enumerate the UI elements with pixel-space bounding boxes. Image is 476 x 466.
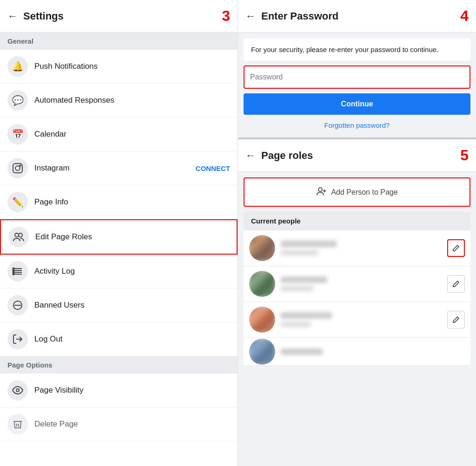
person-name-area — [281, 276, 443, 291]
page-info-label: Page Info — [34, 197, 230, 207]
continue-button[interactable]: Continue — [244, 93, 470, 115]
activity-log-label: Activity Log — [34, 267, 230, 276]
connect-badge: CONNECT — [196, 164, 230, 172]
password-input[interactable] — [245, 66, 469, 88]
sidebar-item-log-out[interactable]: Log Out — [0, 322, 238, 356]
avatar — [249, 307, 275, 333]
general-section-header: General — [0, 33, 238, 50]
delete-page-label: Delete Page — [34, 420, 230, 429]
sidebar-item-instagram[interactable]: Instagram CONNECT — [0, 151, 238, 185]
password-header: ← Enter Password 4 — [238, 0, 476, 33]
avatar — [249, 235, 275, 261]
chat-icon: 💬 — [7, 90, 28, 111]
table-row — [244, 266, 470, 302]
svg-point-11 — [13, 272, 14, 273]
log-out-label: Log Out — [34, 335, 230, 344]
sidebar-item-delete-page[interactable]: Delete Page — [0, 407, 238, 441]
page-options-section-header: Page Options — [0, 356, 238, 374]
add-person-button[interactable]: Add Person to Page — [244, 177, 470, 207]
table-row — [244, 302, 470, 338]
sidebar-item-calendar[interactable]: 📅 Calendar — [0, 118, 238, 151]
add-person-icon — [316, 186, 326, 198]
sidebar-item-activity-log[interactable]: Activity Log — [0, 255, 238, 289]
svg-point-12 — [13, 274, 14, 275]
svg-point-3 — [15, 233, 19, 237]
sidebar-item-push-notifications[interactable]: 🔔 Push Notifications — [0, 50, 238, 84]
sidebar-item-page-visibility[interactable]: Page Visibility — [0, 374, 238, 407]
page-roles-section: ← Page roles 5 Add Person to Page Curren… — [238, 139, 476, 466]
person-name-area — [281, 241, 443, 256]
automated-responses-label: Automated Responses — [34, 96, 230, 105]
sidebar-item-automated-responses[interactable]: 💬 Automated Responses — [0, 84, 238, 118]
group-icon — [8, 227, 29, 247]
edit-person-button[interactable] — [447, 311, 465, 328]
sidebar-item-edit-page-roles[interactable]: Edit Page Roles — [0, 219, 238, 255]
calendar-icon: 📅 — [7, 124, 28, 144]
enter-password-section: ← Enter Password 4 For your security, pl… — [238, 0, 476, 139]
edit-person-button[interactable] — [447, 239, 465, 257]
list-icon — [7, 261, 28, 282]
current-people-section: Current people — [244, 211, 470, 366]
svg-point-9 — [13, 268, 14, 269]
step-3-label: 3 — [222, 7, 230, 25]
person-name-area — [281, 312, 443, 327]
bell-icon: 🔔 — [7, 56, 28, 77]
settings-header: ← Settings 3 — [0, 0, 238, 33]
pencil-icon: ✏️ — [7, 192, 28, 212]
sidebar-item-page-info[interactable]: ✏️ Page Info — [0, 185, 238, 219]
roles-content: Add Person to Page Current people — [238, 172, 476, 371]
roles-back-button[interactable]: ← — [245, 150, 256, 162]
table-row — [244, 230, 470, 266]
push-notifications-label: Push Notifications — [34, 62, 230, 71]
password-title: Enter Password — [261, 10, 460, 22]
svg-point-1 — [15, 166, 20, 171]
edit-page-roles-label: Edit Page Roles — [35, 232, 229, 242]
instagram-label: Instagram — [34, 164, 196, 173]
password-back-button[interactable]: ← — [245, 10, 256, 22]
logout-icon — [7, 329, 28, 349]
banned-icon — [7, 295, 28, 315]
svg-point-16 — [16, 389, 19, 392]
banned-users-label: Banned Users — [34, 301, 230, 310]
svg-point-2 — [20, 165, 20, 166]
forgotten-password-link[interactable]: Forgotten password? — [244, 118, 470, 132]
step-4-label: 4 — [460, 7, 469, 25]
avatar — [249, 339, 275, 365]
settings-title: Settings — [23, 10, 222, 22]
svg-point-10 — [13, 270, 14, 271]
password-content: For your security, please re-enter your … — [238, 33, 476, 138]
roles-title: Page roles — [261, 150, 460, 162]
edit-person-button[interactable] — [447, 275, 465, 293]
left-panel: ← Settings 3 General 🔔 Push Notification… — [0, 0, 238, 466]
settings-back-button[interactable]: ← — [7, 10, 18, 22]
table-row — [244, 338, 470, 366]
page-visibility-label: Page Visibility — [34, 386, 230, 395]
step-5-label: 5 — [460, 147, 469, 164]
calendar-label: Calendar — [34, 130, 230, 139]
instagram-icon — [7, 158, 28, 178]
password-info-text: For your security, please re-enter your … — [244, 38, 470, 61]
roles-header: ← Page roles 5 — [238, 139, 476, 172]
delete-icon — [7, 414, 28, 434]
add-person-label: Add Person to Page — [331, 188, 397, 197]
svg-point-4 — [19, 233, 22, 237]
current-people-header: Current people — [244, 211, 470, 230]
avatar — [249, 271, 275, 297]
svg-point-17 — [318, 188, 322, 191]
person-name-area — [281, 348, 460, 355]
eye-icon — [7, 380, 28, 400]
right-panel: ← Enter Password 4 For your security, pl… — [238, 0, 476, 466]
password-input-wrapper — [244, 66, 470, 89]
sidebar-item-banned-users[interactable]: Banned Users — [0, 289, 238, 322]
